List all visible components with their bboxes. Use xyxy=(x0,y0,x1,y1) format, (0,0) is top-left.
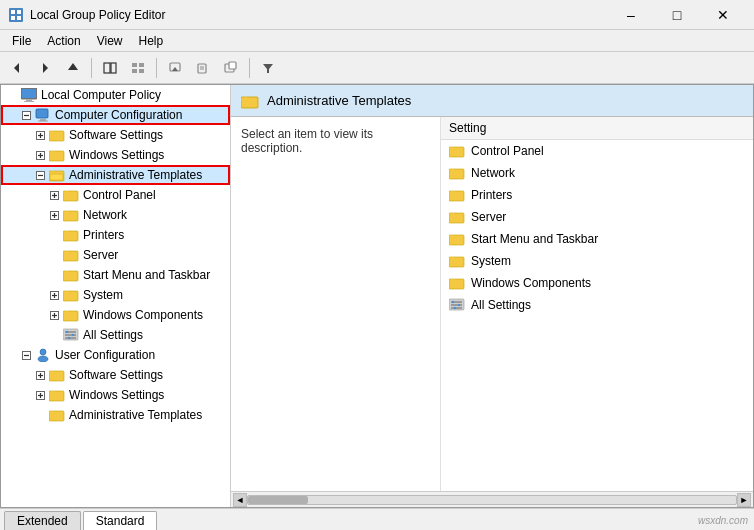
toolbar-action1[interactable] xyxy=(162,56,188,80)
tree-item-windows-settings-cc[interactable]: Windows Settings xyxy=(1,145,230,165)
expand-icon-windows-settings-uc[interactable] xyxy=(33,388,47,402)
list-item-label-system: System xyxy=(471,254,511,268)
tree-label-all-settings: All Settings xyxy=(83,328,143,342)
expand-icon-windows-settings-cc[interactable] xyxy=(33,148,47,162)
list-item-all-settings[interactable]: All Settings xyxy=(441,294,753,316)
scroll-right-arrow[interactable]: ► xyxy=(737,493,751,507)
tree-item-software-settings-uc[interactable]: Software Settings xyxy=(1,365,230,385)
toolbar-filter[interactable] xyxy=(255,56,281,80)
svg-rect-23 xyxy=(22,89,36,98)
menu-bar: File Action View Help xyxy=(0,30,754,52)
expand-icon-computer-configuration[interactable] xyxy=(19,108,33,122)
maximize-button[interactable]: □ xyxy=(654,0,700,30)
list-item-windows-components[interactable]: Windows Components xyxy=(441,272,753,294)
tree-label-software-settings-uc: Software Settings xyxy=(69,368,163,382)
expand-icon-windows-components[interactable] xyxy=(47,308,61,322)
list-item-system[interactable]: System xyxy=(441,250,753,272)
list-item-network[interactable]: Network xyxy=(441,162,753,184)
right-panel: Administrative Templates Select an item … xyxy=(231,85,753,507)
svg-rect-42 xyxy=(50,174,63,180)
list-item-start-menu-taskbar[interactable]: Start Menu and Taskbar xyxy=(441,228,753,250)
expand-icon-user-configuration[interactable] xyxy=(19,348,33,362)
toolbar-show-hide[interactable] xyxy=(97,56,123,80)
expand-icon-network[interactable] xyxy=(47,208,61,222)
tab-standard[interactable]: Standard xyxy=(83,511,158,530)
tree-item-software-settings[interactable]: Software Settings xyxy=(1,125,230,145)
svg-rect-9 xyxy=(111,63,116,73)
folder-icon xyxy=(63,308,79,322)
toolbar-back[interactable] xyxy=(4,56,30,80)
folder-icon xyxy=(49,408,65,422)
menu-help[interactable]: Help xyxy=(131,32,172,50)
list-item-control-panel[interactable]: Control Panel xyxy=(441,140,753,162)
folder-icon xyxy=(63,268,79,282)
tree-item-start-menu-taskbar[interactable]: Start Menu and Taskbar xyxy=(1,265,230,285)
tree-item-windows-components[interactable]: Windows Components xyxy=(1,305,230,325)
svg-rect-24 xyxy=(26,100,32,102)
toolbar-view[interactable] xyxy=(125,56,151,80)
list-item-label-control-panel: Control Panel xyxy=(471,144,544,158)
toolbar xyxy=(0,52,754,84)
tree-label-windows-settings-cc: Windows Settings xyxy=(69,148,164,162)
tree-item-local-computer-policy[interactable]: Local Computer Policy xyxy=(1,85,230,105)
window-controls: – □ ✕ xyxy=(608,0,746,30)
toolbar-action3[interactable] xyxy=(218,56,244,80)
list-panel: Setting Control Panel Network Printers S… xyxy=(441,117,753,491)
expand-icon-all-settings[interactable] xyxy=(47,328,61,342)
svg-rect-8 xyxy=(104,63,110,73)
scroll-thumb[interactable] xyxy=(248,496,308,504)
tree-item-computer-configuration[interactable]: Computer Configuration xyxy=(1,105,230,125)
tab-extended[interactable]: Extended xyxy=(4,511,81,530)
toolbar-up[interactable] xyxy=(60,56,86,80)
menu-file[interactable]: File xyxy=(4,32,39,50)
expand-icon-software-settings-uc[interactable] xyxy=(33,368,47,382)
monitor-icon xyxy=(21,88,37,102)
svg-rect-3 xyxy=(11,16,15,20)
expand-icon-control-panel[interactable] xyxy=(47,188,61,202)
tree-label-network: Network xyxy=(83,208,127,222)
folder-icon-server xyxy=(449,210,465,224)
horizontal-scrollbar[interactable]: ◄ ► xyxy=(231,491,753,507)
list-item-server[interactable]: Server xyxy=(441,206,753,228)
menu-action[interactable]: Action xyxy=(39,32,88,50)
tree-item-system[interactable]: System xyxy=(1,285,230,305)
expand-icon-server[interactable] xyxy=(47,248,61,262)
folder-icon xyxy=(49,368,65,382)
toolbar-action2[interactable] xyxy=(190,56,216,80)
folder-icon xyxy=(63,248,79,262)
expand-icon-printers[interactable] xyxy=(47,228,61,242)
tree-item-user-configuration[interactable]: User Configuration xyxy=(1,345,230,365)
description-text: Select an item to view its description. xyxy=(241,127,373,155)
tree-item-administrative-templates[interactable]: Administrative Templates xyxy=(1,165,230,185)
menu-view[interactable]: View xyxy=(89,32,131,50)
tree-item-server[interactable]: Server xyxy=(1,245,230,265)
toolbar-forward[interactable] xyxy=(32,56,58,80)
list-item-printers[interactable]: Printers xyxy=(441,184,753,206)
svg-point-72 xyxy=(38,356,48,362)
expand-icon-software-settings[interactable] xyxy=(33,128,47,142)
svg-rect-4 xyxy=(17,16,21,20)
scroll-track[interactable] xyxy=(247,495,737,505)
expand-icon-start-menu-taskbar[interactable] xyxy=(47,268,61,282)
expand-icon-local-computer-policy[interactable] xyxy=(5,88,19,102)
expand-icon-administrative-templates-uc[interactable] xyxy=(33,408,47,422)
tree-item-administrative-templates-uc[interactable]: Administrative Templates xyxy=(1,405,230,425)
scroll-left-arrow[interactable]: ◄ xyxy=(233,493,247,507)
folder-icon-network xyxy=(449,166,465,180)
tree-item-windows-settings-uc[interactable]: Windows Settings xyxy=(1,385,230,405)
list-column-header: Setting xyxy=(441,117,753,140)
tab-bar: ExtendedStandard xyxy=(0,508,754,530)
minimize-button[interactable]: – xyxy=(608,0,654,30)
close-button[interactable]: ✕ xyxy=(700,0,746,30)
folder-icon-printers xyxy=(449,188,465,202)
tree-item-all-settings[interactable]: All Settings xyxy=(1,325,230,345)
expand-icon-system[interactable] xyxy=(47,288,61,302)
tree-item-network[interactable]: Network xyxy=(1,205,230,225)
expand-icon-administrative-templates[interactable] xyxy=(33,168,47,182)
folder-icon xyxy=(63,288,79,302)
tree-item-printers[interactable]: Printers xyxy=(1,225,230,245)
folder-icon xyxy=(49,388,65,402)
folder-icon-system xyxy=(449,254,465,268)
svg-rect-20 xyxy=(229,62,236,69)
tree-item-control-panel[interactable]: Control Panel xyxy=(1,185,230,205)
